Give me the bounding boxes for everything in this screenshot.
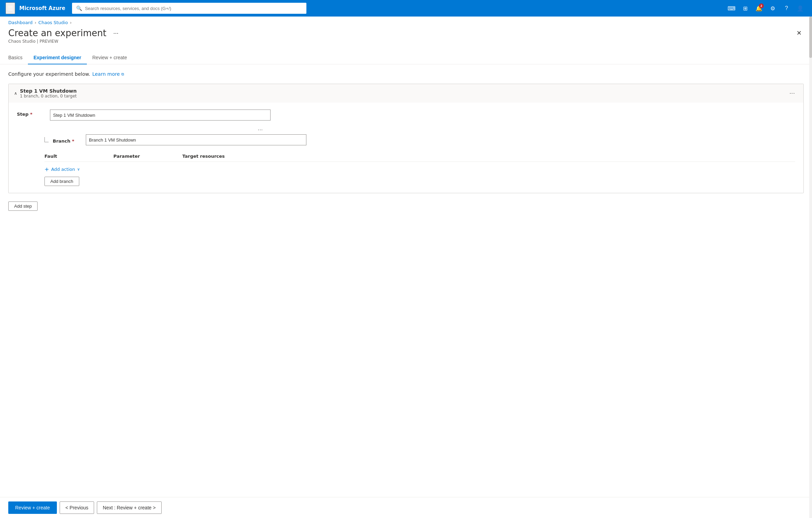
add-action-label: Add action bbox=[51, 167, 75, 172]
page-title: Create an experiment bbox=[8, 28, 106, 38]
external-link-icon: ⧉ bbox=[121, 72, 124, 76]
breadcrumb-chaos-studio[interactable]: Chaos Studio bbox=[38, 20, 68, 25]
branch-connector-lines bbox=[44, 134, 50, 142]
gear-icon: ⚙ bbox=[770, 5, 775, 12]
step-input[interactable] bbox=[50, 110, 271, 121]
directory-icon: ⊞ bbox=[743, 5, 748, 12]
add-step-button[interactable]: Add step bbox=[8, 201, 38, 211]
review-create-button[interactable]: Review + create bbox=[8, 501, 57, 514]
breadcrumb-sep-1: › bbox=[35, 20, 37, 25]
azure-logo: Microsoft Azure bbox=[19, 5, 65, 11]
search-input[interactable] bbox=[85, 6, 302, 11]
parameter-column-header: Parameter bbox=[113, 154, 182, 159]
footer: Review + create < Previous Next : Review… bbox=[0, 497, 812, 518]
breadcrumb: Dashboard › Chaos Studio › bbox=[0, 17, 812, 25]
branch-input[interactable] bbox=[86, 134, 306, 145]
help-icon: ? bbox=[785, 5, 788, 11]
branch-line-horizontal-row bbox=[44, 142, 49, 142]
cloud-shell-icon: ⌨ bbox=[728, 5, 735, 12]
fault-table-header: Fault Parameter Target resources bbox=[44, 151, 795, 162]
page-more-button[interactable]: ··· bbox=[111, 28, 121, 38]
step-panel: ∧ Step 1 VM Shutdown 1 branch, 0 action,… bbox=[8, 84, 804, 193]
branch-line-vertical bbox=[44, 137, 45, 142]
step-body: Step * ··· bbox=[9, 103, 803, 193]
cloud-shell-button[interactable]: ⌨ bbox=[725, 2, 738, 14]
tab-review-create[interactable]: Review + create bbox=[87, 52, 133, 64]
page-subtitle: Chaos Studio | PREVIEW bbox=[0, 38, 812, 44]
chevron-up-icon: ∧ bbox=[14, 91, 17, 96]
close-button[interactable]: ✕ bbox=[794, 28, 804, 38]
step-required-star: * bbox=[30, 112, 32, 117]
page-title-area: Create an experiment ··· bbox=[8, 28, 121, 38]
branch-area: ··· Bra bbox=[44, 126, 795, 186]
previous-button[interactable]: < Previous bbox=[60, 501, 94, 514]
branch-line-horizontal bbox=[44, 142, 49, 142]
settings-button[interactable]: ⚙ bbox=[767, 2, 779, 14]
branch-more-row: ··· bbox=[44, 126, 265, 133]
add-branch-button[interactable]: Add branch bbox=[44, 177, 79, 186]
help-button[interactable]: ? bbox=[780, 2, 793, 14]
breadcrumb-sep-2: › bbox=[70, 20, 72, 25]
add-action-plus-icon: + bbox=[44, 166, 49, 173]
branch-required-star: * bbox=[72, 138, 74, 144]
fault-column-header: Fault bbox=[44, 154, 113, 159]
search-bar[interactable]: 🔍 bbox=[72, 3, 306, 14]
step-header-left: ∧ Step 1 VM Shutdown 1 branch, 0 action,… bbox=[14, 88, 783, 99]
add-action-chevron-icon: ∨ bbox=[77, 167, 80, 172]
directory-button[interactable]: ⊞ bbox=[739, 2, 751, 14]
learn-more-link[interactable]: Learn more ⧉ bbox=[92, 71, 124, 77]
content-area: Configure your experiment below. Learn m… bbox=[0, 64, 812, 497]
page-header: Create an experiment ··· ✕ bbox=[0, 25, 812, 38]
configure-label: Configure your experiment below. bbox=[8, 71, 90, 77]
search-icon: 🔍 bbox=[76, 6, 82, 11]
target-column-header: Target resources bbox=[182, 154, 795, 159]
add-action-row[interactable]: + Add action ∨ bbox=[44, 162, 795, 177]
branch-row: Branch * bbox=[44, 134, 795, 145]
notifications-button[interactable]: 🔔 2 bbox=[753, 2, 765, 14]
tab-basics[interactable]: Basics bbox=[8, 52, 28, 64]
top-nav-icons: ⌨ ⊞ 🔔 2 ⚙ ? 👤 bbox=[725, 2, 806, 14]
notification-badge: 2 bbox=[759, 3, 764, 8]
scrollbar[interactable] bbox=[809, 17, 812, 518]
hamburger-menu-button[interactable]: ☰ bbox=[6, 2, 15, 14]
breadcrumb-dashboard[interactable]: Dashboard bbox=[8, 20, 33, 25]
fault-table: Fault Parameter Target resources bbox=[44, 151, 795, 162]
step-title: Step 1 VM Shutdown bbox=[20, 88, 77, 94]
scrollbar-thumb[interactable] bbox=[809, 17, 812, 58]
step-field-row: Step * bbox=[17, 110, 795, 121]
account-icon: 👤 bbox=[797, 5, 804, 12]
main-container: Dashboard › Chaos Studio › Create an exp… bbox=[0, 17, 812, 518]
step-more-button[interactable]: ··· bbox=[787, 89, 798, 98]
tab-experiment-designer[interactable]: Experiment designer bbox=[28, 52, 87, 64]
account-button[interactable]: 👤 bbox=[794, 2, 806, 14]
step-title-block: Step 1 VM Shutdown 1 branch, 0 action, 0… bbox=[20, 88, 77, 99]
step-subtitle: 1 branch, 0 action, 0 target bbox=[20, 94, 77, 99]
tabs-container: Basics Experiment designer Review + crea… bbox=[0, 46, 812, 64]
top-navigation: ☰ Microsoft Azure 🔍 ⌨ ⊞ 🔔 2 ⚙ ? 👤 bbox=[0, 0, 812, 17]
configure-text: Configure your experiment below. Learn m… bbox=[8, 71, 804, 77]
next-button[interactable]: Next : Review + create > bbox=[97, 501, 161, 514]
branch-more-button[interactable]: ··· bbox=[256, 126, 265, 133]
branch-label: Branch * bbox=[53, 136, 80, 144]
step-header[interactable]: ∧ Step 1 VM Shutdown 1 branch, 0 action,… bbox=[9, 84, 803, 103]
step-label: Step * bbox=[17, 110, 44, 117]
branch-field: Branch * bbox=[53, 134, 795, 145]
